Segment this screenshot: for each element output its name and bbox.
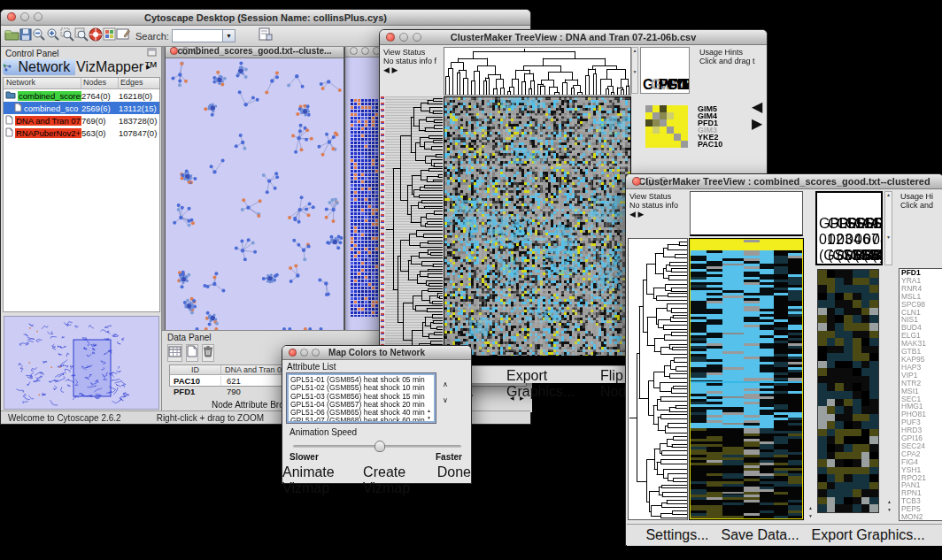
correlation-matrix[interactable] <box>645 105 688 148</box>
minimize-icon[interactable] <box>20 12 29 21</box>
scroll-arrows[interactable]: ▲▼ <box>424 407 434 421</box>
overview-canvas[interactable] <box>4 317 158 409</box>
col-edges[interactable]: Edges <box>119 78 159 88</box>
main-heatmap-frame[interactable] <box>689 238 804 520</box>
row-dendrogram[interactable] <box>385 96 443 355</box>
save-data-button[interactable]: Save Data... <box>722 527 799 543</box>
create-vizmapbutton[interactable]: Create Vizmap <box>363 464 429 496</box>
attribute-list-vscrollbar[interactable] <box>424 375 434 405</box>
zoom-icon[interactable] <box>34 12 42 21</box>
donebutton[interactable]: Done <box>437 464 471 496</box>
row-value: 621 <box>221 376 241 386</box>
minimize-icon[interactable] <box>399 33 408 42</box>
treeview1-titlebar[interactable]: ClusterMaker TreeView : DNA and Tran 07-… <box>380 30 767 45</box>
close-icon[interactable] <box>386 33 395 42</box>
heatmap-vscrollbar[interactable] <box>806 238 815 503</box>
settings-button[interactable]: Settings... <box>645 527 708 543</box>
matrix-cell <box>652 112 660 119</box>
scroll-arrows[interactable]: ▲▼ <box>806 504 815 520</box>
minimize-icon[interactable] <box>645 177 654 186</box>
minimize-icon[interactable] <box>361 47 369 55</box>
col-network[interactable]: Network <box>4 78 81 88</box>
main-heatmap[interactable] <box>444 96 631 357</box>
network-name: DNA and Tran 07 <box>15 116 81 126</box>
column-dendrogram[interactable] <box>444 47 631 96</box>
animation-speed-slider[interactable] <box>293 445 461 448</box>
col-id[interactable]: ID <box>170 365 221 374</box>
zoom-selected-icon[interactable] <box>60 27 74 45</box>
gene-name[interactable]: MON2 <box>901 513 942 521</box>
attribute-browser-icon[interactable] <box>259 27 273 44</box>
network-table-row[interactable]: combined_sco2569(6)13112(15) <box>4 102 159 114</box>
zoom-fit-icon[interactable] <box>74 27 89 45</box>
close-icon[interactable] <box>7 12 16 21</box>
zoom-vscrollbar[interactable] <box>884 269 894 497</box>
treeview2-titlebar[interactable]: ClusterMaker TreeView : combined_scores_… <box>626 174 942 189</box>
new-attribute-icon[interactable] <box>186 344 198 362</box>
row-dendrogram[interactable] <box>628 238 688 520</box>
tab-vizmapper[interactable]: VizMapper™ <box>76 59 145 75</box>
usage-hints-scrollbar[interactable] <box>900 243 939 252</box>
help-lifering-icon[interactable] <box>89 27 103 45</box>
close-icon[interactable] <box>289 349 297 357</box>
matrix-cell <box>681 105 688 112</box>
float-panel-icon[interactable] <box>147 48 157 58</box>
network-table-row[interactable]: combined_scores2764(0)16218(0) <box>4 89 159 102</box>
move-down-button[interactable]: ∨ <box>443 396 468 408</box>
save-icon[interactable] <box>19 28 32 44</box>
network-overview-panel[interactable] <box>4 316 159 410</box>
view-status-scrollbar[interactable] <box>629 226 670 234</box>
col-nodes[interactable]: Nodes <box>81 78 119 88</box>
view-status-scrollbar[interactable] <box>383 84 426 92</box>
dense-network-canvas[interactable] <box>351 99 381 317</box>
network-table-row[interactable]: RNAPuberNov2+563(0)107847(0) <box>4 127 159 139</box>
matrix-cell <box>652 141 660 148</box>
slider-thumb[interactable] <box>374 441 385 452</box>
export-graphics-button[interactable]: Export Graphics... <box>506 368 588 400</box>
minimize-icon[interactable] <box>181 47 189 55</box>
delete-attribute-icon[interactable] <box>202 344 214 362</box>
tab-network[interactable]: Network <box>3 59 75 75</box>
zoom-heatmap[interactable] <box>817 269 879 513</box>
zoom-icon[interactable] <box>413 33 421 42</box>
scroll-arrows[interactable]: ◀ ▶ <box>629 210 644 219</box>
minimize-icon[interactable] <box>300 349 308 357</box>
scroll-arrows[interactable]: ◀ ▶ <box>383 65 398 74</box>
network-view-frame[interactable]: combined_scores_good.txt--cluste... <box>165 47 344 330</box>
zoom-icon[interactable] <box>312 349 320 357</box>
attribute-table-icon[interactable] <box>167 344 182 362</box>
scroll-arrows[interactable]: ▲▼ <box>884 498 894 514</box>
expression-heatmap[interactable] <box>691 240 802 518</box>
zoom-icon[interactable] <box>659 177 668 186</box>
more-tabs-button[interactable]: ▶ <box>146 64 159 71</box>
vizmapper-icon[interactable] <box>103 27 116 44</box>
folder-icon <box>5 90 16 101</box>
usage-hints-text: Click and <box>900 201 941 210</box>
treeview2-buttonbar: Settings...Save Data...Export Graphics..… <box>627 524 942 546</box>
annotation-icon[interactable] <box>116 27 130 44</box>
export-graphics-button[interactable]: Export Graphics... <box>812 527 925 543</box>
search-input[interactable] <box>172 29 223 42</box>
network-canvas[interactable] <box>166 58 344 330</box>
close-icon[interactable] <box>350 47 358 55</box>
open-file-icon[interactable] <box>4 28 19 44</box>
scroll-arrows[interactable]: ◀ ▶ <box>752 98 767 132</box>
zoom-in-icon[interactable] <box>46 27 60 45</box>
label-mini-scrollbar[interactable]: ▲▼ <box>884 191 892 265</box>
attribute-list[interactable]: GPL51-01 (GSM854) heat shock 05 minGPL51… <box>287 373 436 423</box>
node-count: 563(0) <box>81 128 119 138</box>
zoom-out-icon[interactable] <box>32 27 46 45</box>
zoom-icon[interactable] <box>193 47 201 55</box>
attribute-list-item[interactable]: GPL51-07 (GSM868) heat shock 60 min <box>290 417 432 423</box>
network-table-row[interactable]: DNA and Tran 07769(0)183728(0) <box>4 114 159 127</box>
close-icon[interactable] <box>632 177 641 186</box>
close-icon[interactable] <box>170 47 178 55</box>
search-dropdown-button[interactable]: ▼ <box>223 29 236 42</box>
dialog-titlebar[interactable]: Map Colors to Network <box>282 346 471 360</box>
main-titlebar[interactable]: Cytoscape Desktop (Session Name: collins… <box>1 10 530 26</box>
column-mini-scrollbar[interactable]: ▲▼ <box>631 47 638 94</box>
window-controls[interactable] <box>7 12 42 21</box>
main-window-title: Cytoscape Desktop (Session Name: collins… <box>144 12 387 23</box>
move-up-button[interactable]: ∧ <box>443 380 468 392</box>
matrix-cell <box>681 119 688 127</box>
